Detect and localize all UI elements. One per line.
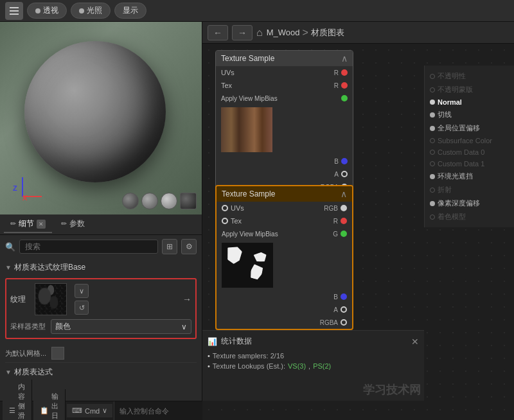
custom-data-1-pin	[430, 161, 435, 166]
node2-r-pin	[341, 218, 347, 224]
mat-ball-4[interactable]	[180, 193, 197, 209]
node2-row-uvs: UVs RGB	[217, 202, 352, 214]
world-offset-pin	[430, 126, 435, 131]
display-btn[interactable]: 显示	[114, 3, 146, 19]
back-btn[interactable]: ←	[208, 25, 228, 40]
search-input[interactable]	[19, 240, 158, 254]
shading-model-pin	[430, 214, 435, 220]
mesh-row: 为默认网格...	[5, 344, 197, 362]
node-editor-header: ← → ⌂ M_Wood > 材质图表	[202, 22, 514, 44]
mat-ball-3[interactable]	[161, 193, 177, 209]
node-canvas[interactable]: Texture Sample ∧ UVs R Tex R	[202, 44, 514, 420]
cmd-tab[interactable]: ⌨ Cmd ∨	[67, 404, 112, 417]
sampler-chevron-icon: ∨	[181, 322, 187, 331]
material-output-sidebar: 不透明性 不透明蒙版 Normal 切线 全局位置偏移	[424, 66, 514, 227]
sidebar-normal[interactable]: Normal	[425, 96, 514, 108]
search-bar: 🔍 ⊞ ⚙	[0, 235, 202, 258]
node2-thumb	[222, 243, 273, 288]
sidebar-opacity-mask[interactable]: 不透明蒙版	[425, 83, 514, 96]
tab-detail[interactable]: ✏ 细节 ✕	[4, 216, 52, 233]
cmd-chevron-icon: ∨	[102, 407, 107, 415]
node-card-2[interactable]: Texture Sample ∧ UVs RGB	[215, 185, 353, 330]
cmd-input[interactable]	[114, 401, 213, 420]
sidebar-custom-data-1[interactable]: Custom Data 1	[425, 158, 514, 170]
stats-icon: 📊	[208, 337, 217, 346]
main-area: Z X ✏ 细节 ✕ ✏ 参数 🔍	[0, 22, 514, 420]
material-express: ▼ 材质表达式	[5, 362, 197, 381]
material-balls	[122, 193, 197, 209]
node2-row-tex: Tex R	[217, 214, 352, 227]
content-sidebar-tab[interactable]: ☰ 内容侧滑菜单	[3, 380, 32, 421]
axis-x-label: X	[22, 194, 27, 202]
stats-close-btn[interactable]: ✕	[411, 337, 419, 347]
texture-controls: ∨ ↺	[75, 284, 89, 315]
node1-tex-r-pin	[341, 82, 348, 89]
stats-item-1: • Texture samplers: 2/16	[208, 352, 419, 360]
refraction-pin	[430, 188, 435, 193]
node-card-2-header: Texture Sample ∧	[217, 186, 352, 202]
mat-ball-2[interactable]	[141, 193, 158, 209]
sphere-preview	[24, 41, 166, 182]
settings-btn[interactable]: ⚙	[181, 239, 197, 254]
tab-params[interactable]: ✏ 参数	[55, 216, 91, 233]
opacity-pin	[430, 74, 435, 79]
texture-thumbnail[interactable]	[35, 283, 67, 315]
sidebar-opacity[interactable]: 不透明性	[425, 69, 514, 83]
sidebar-tangent[interactable]: 切线	[425, 108, 514, 121]
perspective-btn[interactable]: 透视	[27, 3, 67, 19]
node1-thumb	[221, 107, 272, 152]
node1-b-pin	[341, 158, 348, 164]
left-panel: Z X ✏ 细节 ✕ ✏ 参数 🔍	[0, 22, 202, 420]
terminal-icon: ⌨	[72, 407, 82, 415]
texture-arrow-btn[interactable]: →	[182, 294, 191, 304]
lighting-btn[interactable]: 光照	[71, 3, 111, 19]
sidebar-subsurface[interactable]: Subsurface Color	[425, 135, 514, 146]
sidebar-refraction[interactable]: 折射	[425, 183, 514, 197]
node2-row-b: B	[217, 290, 352, 303]
node-card-1[interactable]: Texture Sample ∧ UVs R Tex R	[215, 50, 353, 194]
node2-rgb-pin	[341, 205, 347, 211]
ao-pin	[430, 174, 435, 179]
node1-row-b: B	[216, 155, 353, 168]
tex-dropdown-btn[interactable]: ∨	[75, 284, 89, 298]
sidebar-ambient-occlusion[interactable]: 环境光遮挡	[425, 170, 514, 183]
sampler-select[interactable]: 颜色 ∨	[51, 319, 191, 334]
node1-collapse-btn[interactable]: ∧	[341, 53, 348, 64]
texture-label-row: 纹理 ∨ ↺ →	[10, 283, 191, 315]
node2-row-rgba: RGBA	[217, 316, 352, 329]
texture-row: 纹理 ∨ ↺ → 采样器类型 颜色	[5, 278, 197, 339]
pixel-depth-pin	[430, 201, 435, 206]
grid-view-btn[interactable]: ⊞	[162, 239, 177, 254]
node2-b-pin	[341, 293, 347, 300]
node1-row-tex: Tex R	[216, 79, 353, 92]
hamburger-menu[interactable]	[5, 2, 23, 20]
tab-detail-close[interactable]: ✕	[37, 220, 46, 229]
section-header: ▼ 材质表达式纹理Base	[5, 262, 197, 273]
content-icon: ☰	[9, 407, 15, 415]
node2-tex-pin-left	[222, 218, 228, 224]
opacity-mask-pin	[430, 87, 435, 92]
forward-btn[interactable]: →	[232, 25, 253, 40]
axis-z-label: Z	[13, 184, 17, 192]
stats-item-2: • Texture Lookups (Est.): VS(3) , PS(2)	[208, 362, 419, 370]
top-bar: 透视 光照 显示	[0, 0, 514, 22]
home-icon[interactable]: ⌂	[256, 27, 263, 39]
node2-collapse-btn[interactable]: ∧	[341, 189, 347, 199]
mat-ball-1[interactable]	[122, 193, 139, 209]
viewport: Z X	[0, 22, 202, 214]
mesh-swatch[interactable]	[51, 347, 64, 360]
tex-refresh-btn[interactable]: ↺	[75, 301, 89, 315]
texture-thumb-overlay	[35, 284, 66, 315]
pencil-icon-params: ✏	[61, 220, 67, 228]
node2-g-pin	[341, 231, 347, 237]
search-icon: 🔍	[5, 242, 15, 252]
custom-data-0-pin	[430, 150, 435, 155]
sidebar-world-offset[interactable]: 全局位置偏移	[425, 121, 514, 135]
sidebar-shading-model[interactable]: 着色模型	[425, 210, 514, 223]
node1-row-uvs: UVs R	[216, 66, 353, 79]
section-arrow: ▼	[5, 264, 12, 271]
sidebar-custom-data-0[interactable]: Custom Data 0	[425, 146, 514, 158]
sidebar-pixel-depth-offset[interactable]: 像素深度偏移	[425, 197, 514, 210]
node1-row-a: A	[216, 168, 353, 180]
output-log-tab[interactable]: 📋 输出日志	[33, 389, 66, 421]
